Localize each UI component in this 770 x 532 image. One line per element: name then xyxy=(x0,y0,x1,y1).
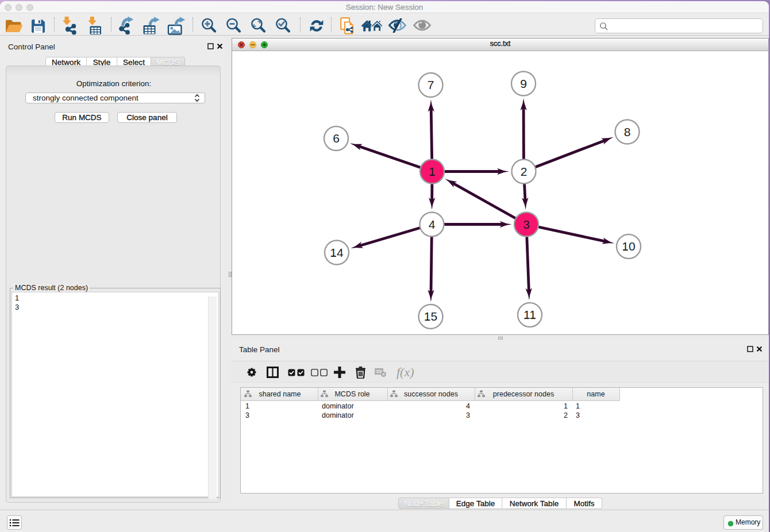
svg-text:1: 1 xyxy=(429,165,436,178)
svg-text:2: 2 xyxy=(521,165,528,178)
svg-text:8: 8 xyxy=(624,125,631,138)
svg-text:4: 4 xyxy=(429,218,436,231)
svg-text:15: 15 xyxy=(424,310,437,323)
svg-text:11: 11 xyxy=(523,308,536,321)
svg-text:14: 14 xyxy=(330,246,344,259)
svg-text:3: 3 xyxy=(523,218,530,231)
svg-text:10: 10 xyxy=(622,240,635,253)
svg-text:6: 6 xyxy=(333,132,340,145)
svg-text:7: 7 xyxy=(428,78,434,91)
svg-text:9: 9 xyxy=(520,77,527,90)
